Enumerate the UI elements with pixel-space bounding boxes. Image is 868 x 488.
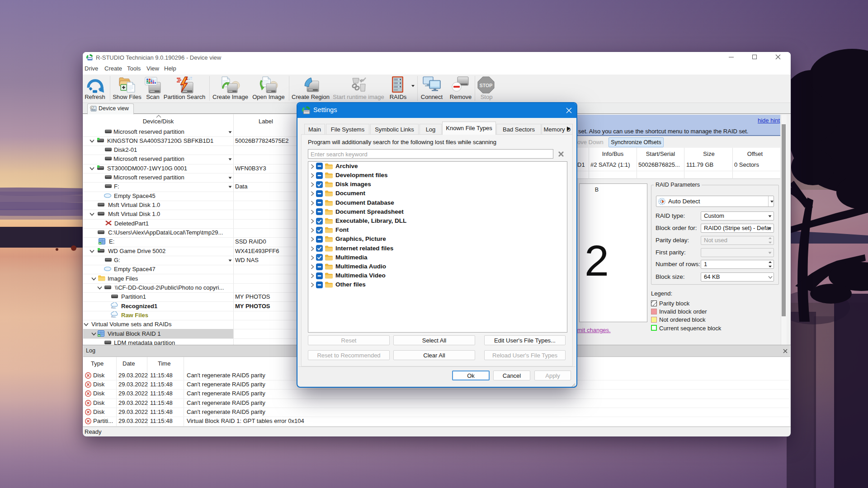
svg-text:STOP: STOP: [480, 83, 492, 88]
svg-text:i: i: [91, 106, 92, 109]
